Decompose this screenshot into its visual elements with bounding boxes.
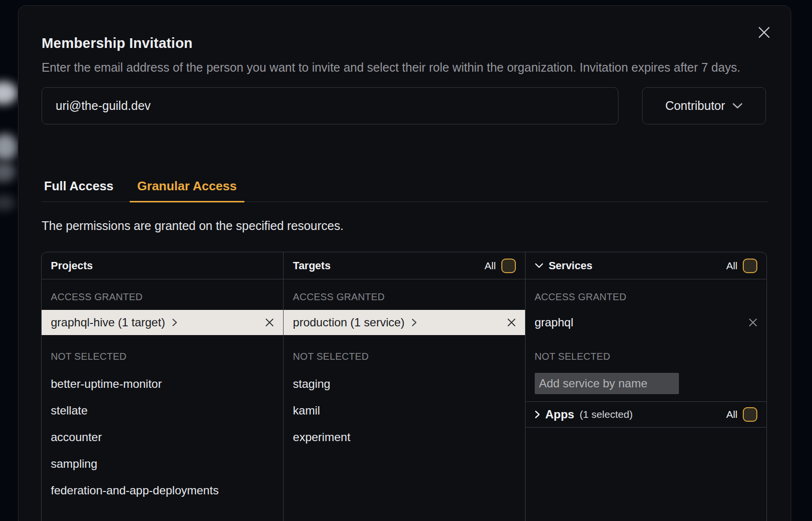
- targets-column-header: Targets All: [284, 252, 525, 279]
- chevron-down-icon: [732, 103, 743, 109]
- projects-list: better-uptime-monitorstellateaccountersa…: [42, 370, 283, 504]
- targets-select-all[interactable]: All: [484, 259, 515, 273]
- background-blur-fragment: [0, 134, 17, 161]
- chevron-right-icon: [411, 318, 417, 327]
- not-selected-label: NOT SELECTED: [526, 351, 767, 362]
- projects-column: Projects ACCESS GRANTED graphql-hive (1 …: [42, 252, 283, 521]
- modal-description: Enter the email address of the person yo…: [42, 58, 767, 77]
- not-selected-label: NOT SELECTED: [284, 351, 525, 362]
- selected-target-row[interactable]: production (1 service): [284, 310, 525, 335]
- close-icon: [758, 26, 770, 39]
- selected-target-label: production (1 service): [293, 316, 405, 329]
- invite-row: Contributor: [42, 87, 767, 124]
- tab-full-access[interactable]: Full Access: [44, 179, 114, 201]
- services-all-checkbox[interactable]: [743, 259, 757, 273]
- projects-column-header: Projects: [42, 252, 283, 279]
- apps-select-all[interactable]: All: [726, 407, 757, 422]
- apps-all-checkbox[interactable]: [743, 407, 757, 422]
- targets-list: stagingkamilexperiment: [284, 370, 525, 450]
- all-label: All: [726, 260, 737, 272]
- chevron-down-icon: [535, 263, 543, 268]
- resource-picker: Projects ACCESS GRANTED graphql-hive (1 …: [41, 252, 767, 521]
- close-icon: [507, 318, 516, 327]
- membership-invitation-modal: Membership Invitation Enter the email ad…: [18, 5, 791, 521]
- targets-column: Targets All ACCESS GRANTED production (1…: [283, 252, 525, 521]
- tab-granular-access[interactable]: Granular Access: [130, 179, 245, 202]
- project-option[interactable]: sampling: [42, 450, 283, 477]
- role-select[interactable]: Contributor: [642, 87, 766, 124]
- project-option[interactable]: better-uptime-monitor: [42, 370, 283, 397]
- chevron-right-icon: [172, 318, 178, 327]
- background-blur-fragment: [0, 81, 17, 105]
- not-selected-label: NOT SELECTED: [42, 351, 283, 362]
- services-column: Services All ACCESS GRANTED graphql NOT …: [525, 252, 767, 521]
- chevron-right-icon: [535, 410, 540, 419]
- selected-service-label: graphql: [535, 316, 573, 329]
- project-option[interactable]: accounter: [42, 424, 283, 450]
- background-blur-fragment: [0, 162, 15, 182]
- modal-title: Membership Invitation: [42, 35, 767, 51]
- targets-column-title: Targets: [293, 260, 331, 272]
- target-option[interactable]: kamil: [284, 397, 525, 424]
- all-label: All: [484, 260, 496, 272]
- project-option[interactable]: stellate: [42, 397, 283, 424]
- close-icon: [749, 318, 757, 327]
- access-granted-label: ACCESS GRANTED: [526, 291, 767, 303]
- selected-project-row[interactable]: graphql-hive (1 target): [42, 310, 283, 335]
- access-granted-label: ACCESS GRANTED: [284, 291, 525, 303]
- permissions-note: The permissions are granted on the speci…: [42, 218, 767, 233]
- background-blur-fragment: [0, 195, 15, 211]
- apps-selected-count: (1 selected): [580, 409, 633, 420]
- add-service-input[interactable]: [535, 373, 679, 394]
- projects-column-title: Projects: [51, 260, 93, 272]
- project-option[interactable]: federation-and-app-deployments: [42, 477, 283, 504]
- services-select-all[interactable]: All: [726, 259, 757, 273]
- tab-bar: Full Access Granular Access: [42, 179, 767, 202]
- email-input[interactable]: [42, 87, 618, 124]
- close-icon: [265, 318, 274, 327]
- remove-target-button[interactable]: [507, 318, 516, 327]
- remove-project-button[interactable]: [265, 318, 274, 327]
- services-column-header[interactable]: Services All: [526, 252, 767, 279]
- role-select-value: Contributor: [665, 99, 725, 113]
- target-option[interactable]: staging: [284, 370, 525, 397]
- access-granted-label: ACCESS GRANTED: [42, 291, 283, 303]
- targets-all-checkbox[interactable]: [501, 259, 516, 273]
- close-button[interactable]: [756, 24, 772, 41]
- target-option[interactable]: experiment: [284, 424, 525, 450]
- selected-service-row[interactable]: graphql: [526, 310, 767, 335]
- selected-project-label: graphql-hive (1 target): [51, 316, 165, 329]
- apps-section-row[interactable]: Apps (1 selected) All: [526, 402, 767, 428]
- all-label: All: [726, 409, 737, 420]
- apps-section-title: Apps: [545, 408, 574, 421]
- services-column-title: Services: [549, 260, 593, 272]
- remove-service-button[interactable]: [749, 318, 757, 327]
